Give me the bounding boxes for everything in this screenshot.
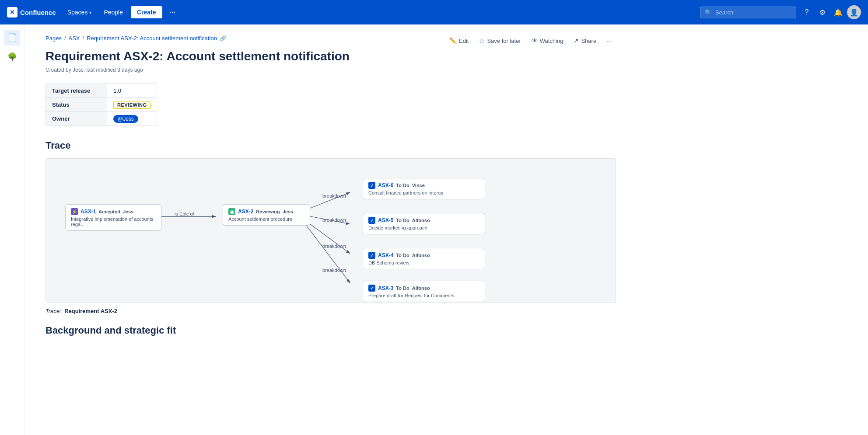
main-content: Pages / ASX / Requirement ASX-2: Account… <box>24 24 637 347</box>
trace-node-asx4[interactable]: ✓ ASX-4 To Do Alfonso DB Schema review <box>363 248 485 269</box>
page-title: Requirement ASX-2: Account settlement no… <box>46 49 616 64</box>
asx3-person: Alfonso <box>412 285 430 291</box>
asx6-desc: Consult finance partners on interop <box>368 190 480 195</box>
settings-button[interactable]: ⚙ <box>816 5 830 19</box>
sidebar-pages-icon[interactable]: 📄 <box>4 30 20 45</box>
trace-section-title: Trace <box>46 140 616 151</box>
asx3-icon: ✓ <box>368 285 375 292</box>
logo-icon: ✕ <box>7 7 18 17</box>
asx2-person: Jess <box>283 209 293 214</box>
app-name: Confluence <box>20 9 56 16</box>
asx4-status: To Do <box>396 253 409 258</box>
asx1-id[interactable]: ASX-1 <box>80 209 96 215</box>
spaces-menu[interactable]: Spaces ▾ <box>63 6 96 18</box>
asx6-status: To Do <box>396 183 409 188</box>
status-badge[interactable]: REVIEWING <box>113 101 150 109</box>
arrow-label-breakdown3: breakdown <box>322 244 346 249</box>
trace-caption: Trace: Requirement ASX-2 <box>46 308 616 314</box>
asx1-icon: ⚡ <box>71 208 78 215</box>
asx2-id[interactable]: ASX-2 <box>238 209 253 215</box>
copy-link-icon[interactable]: 🔗 <box>220 35 226 42</box>
value-status: REVIEWING <box>107 98 157 112</box>
star-icon: ☆ <box>479 37 485 44</box>
table-row: Owner @Jess <box>46 112 157 126</box>
asx4-person: Alfonso <box>412 253 430 258</box>
trace-diagram: is Epic of breakdown breakdown breakdown… <box>56 169 605 292</box>
watching-button[interactable]: 👁 Watching <box>527 35 568 46</box>
user-avatar[interactable]: 👤 <box>847 5 861 19</box>
asx5-desc: Decide marketing approach <box>368 225 480 230</box>
top-navigation: ✕ Confluence Spaces ▾ People Create ··· … <box>0 0 868 24</box>
trace-node-asx6[interactable]: ✓ ASX-6 To Do Vince Consult finance part… <box>363 178 485 199</box>
trace-node-asx5[interactable]: ✓ ASX-5 To Do Alfonso Decide marketing a… <box>363 213 485 234</box>
arrow-label-epic: is Epic of <box>175 211 194 216</box>
asx5-person: Alfonso <box>412 218 430 223</box>
asx6-id[interactable]: ASX-6 <box>378 182 393 188</box>
asx1-desc: Integrative implementation of accounts r… <box>71 216 156 227</box>
topnav-icon-group: ? ⚙ 🔔 👤 <box>800 5 861 19</box>
create-button[interactable]: Create <box>131 6 162 18</box>
asx5-icon: ✓ <box>368 217 375 224</box>
asx3-status: To Do <box>396 285 409 291</box>
value-target-release: 1.0 <box>107 84 157 98</box>
page-actions: ✏️ Edit ☆ Save for later 👁 Watching ↗ Sh… <box>445 35 616 46</box>
asx1-status: Accepted <box>98 209 120 214</box>
app-logo[interactable]: ✕ Confluence <box>7 7 56 17</box>
edit-button[interactable]: ✏️ Edit <box>445 35 473 46</box>
trace-node-asx1[interactable]: ⚡ ASX-1 Accepted Jess Integrative implem… <box>65 204 161 231</box>
label-owner: Owner <box>46 112 107 126</box>
arrow-label-breakdown4: breakdown <box>322 268 346 273</box>
search-icon: 🔍 <box>705 9 712 16</box>
label-target-release: Target release <box>46 84 107 98</box>
page-meta: Created by Jess, last modified 3 days ag… <box>46 67 616 73</box>
table-row: Status REVIEWING <box>46 98 157 112</box>
trace-node-asx2[interactable]: ◼ ASX-2 Reviewing Jess Account settlemen… <box>223 204 310 226</box>
header-area: Pages / ASX / Requirement ASX-2: Account… <box>46 35 616 73</box>
info-table: Target release 1.0 Status REVIEWING Owne… <box>46 84 157 126</box>
trace-node-asx3[interactable]: ✓ ASX-3 To Do Alfonso Prepare draft for … <box>363 281 485 302</box>
asx1-person: Jess <box>123 209 133 214</box>
label-status: Status <box>46 98 107 112</box>
breadcrumb-space[interactable]: ASX <box>69 35 80 42</box>
asx3-desc: Prepare draft for Request for Comments <box>368 293 480 298</box>
asx4-id[interactable]: ASX-4 <box>378 252 393 258</box>
asx2-status: Reviewing <box>256 209 280 214</box>
asx5-id[interactable]: ASX-5 <box>378 217 393 223</box>
arrow-label-breakdown2: breakdown <box>322 217 346 223</box>
more-actions-button[interactable]: ··· <box>602 35 616 46</box>
asx4-desc: DB Schema review <box>368 260 480 265</box>
search-placeholder: Search <box>715 9 733 16</box>
breadcrumb-pages[interactable]: Pages <box>46 35 62 42</box>
owner-badge[interactable]: @Jess <box>113 115 138 123</box>
asx6-icon: ✓ <box>368 182 375 189</box>
sidebar: 📄 🌳 <box>0 24 24 347</box>
share-button[interactable]: ↗ Share <box>569 35 601 46</box>
sidebar-tree-icon[interactable]: 🌳 <box>4 49 20 65</box>
eye-icon: 👁 <box>532 37 538 44</box>
people-link[interactable]: People <box>99 6 127 18</box>
more-menu-button[interactable]: ··· <box>166 6 179 19</box>
chevron-down-icon: ▾ <box>89 10 91 15</box>
asx3-id[interactable]: ASX-3 <box>378 285 393 291</box>
asx6-person: Vince <box>412 183 425 188</box>
asx4-icon: ✓ <box>368 252 375 259</box>
save-for-later-button[interactable]: ☆ Save for later <box>475 35 525 46</box>
asx2-desc: Account settlement procedure <box>228 216 304 222</box>
arrow-label-breakdown1: breakdown <box>322 193 346 198</box>
asx5-status: To Do <box>396 218 409 223</box>
background-section-title: Background and strategic fit <box>46 325 616 336</box>
search-box[interactable]: 🔍 Search <box>700 7 796 18</box>
svg-line-5 <box>302 220 350 283</box>
breadcrumb-current[interactable]: Requirement ASX-2: Account settlement no… <box>87 35 217 42</box>
breadcrumb-sep1: / <box>64 35 66 42</box>
share-icon: ↗ <box>574 37 579 44</box>
edit-icon: ✏️ <box>449 37 457 44</box>
trace-caption-bold: Requirement ASX-2 <box>64 308 117 314</box>
table-row: Target release 1.0 <box>46 84 157 98</box>
breadcrumb-sep2: / <box>83 35 84 42</box>
value-owner: @Jess <box>107 112 157 126</box>
help-button[interactable]: ? <box>800 5 814 19</box>
trace-diagram-container: is Epic of breakdown breakdown breakdown… <box>46 158 616 303</box>
asx2-icon: ◼ <box>228 208 235 215</box>
notifications-button[interactable]: 🔔 <box>831 5 845 19</box>
